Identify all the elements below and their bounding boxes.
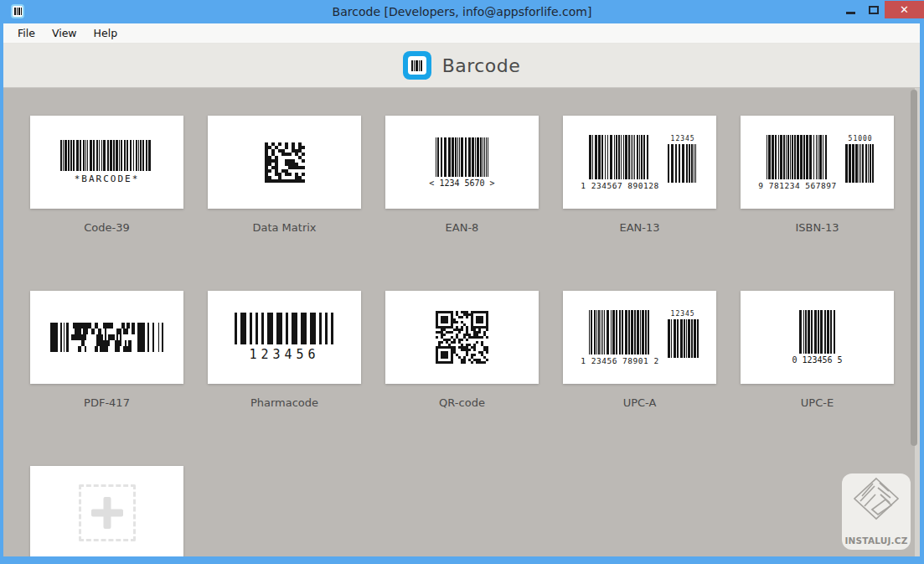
- app-name: Barcode: [442, 55, 521, 76]
- maximize-button[interactable]: [862, 0, 885, 20]
- barcode-card-label: EAN-13: [563, 221, 716, 236]
- watermark: INSTALUJ.CZ: [842, 473, 911, 550]
- barcode-card-upc-a[interactable]: 1 23456 78901 212345: [563, 291, 716, 384]
- barcode-logo: [403, 51, 431, 80]
- menu-item-view[interactable]: View: [44, 24, 85, 42]
- grid-cell-isbn-13: 9 781234 56789751000ISBN-13: [741, 116, 894, 236]
- barcode-card-pdf-417[interactable]: [30, 291, 183, 384]
- watermark-text: INSTALUJ.CZ: [845, 536, 908, 546]
- barcode-card-pharmacode[interactable]: 123456: [208, 291, 361, 384]
- barcode-human-text: 123456: [249, 347, 319, 362]
- grid-cell-code-39: *BARCODE*Code-39: [30, 116, 183, 236]
- grid-cell-add: [30, 466, 183, 556]
- minimize-button[interactable]: [839, 0, 862, 20]
- grid-cell-pdf-417: PDF-417: [30, 291, 183, 411]
- menubar: File View Help: [3, 23, 920, 44]
- maximize-icon: [869, 6, 879, 14]
- minimize-icon: [846, 12, 855, 14]
- close-icon: ✕: [900, 3, 909, 16]
- barcode-card-label: PDF-417: [30, 396, 183, 411]
- barcode-human-text: 0 123456 5: [792, 355, 842, 365]
- grid-cell-pharmacode: 123456Pharmacode: [208, 291, 361, 411]
- barcode-card-isbn-13[interactable]: 9 781234 56789751000: [741, 116, 894, 209]
- window-border-bottom: [0, 556, 924, 564]
- grid-cell-qr-code: QR-code: [385, 291, 539, 411]
- window-title: Barcode [Developers, info@appsforlife.co…: [0, 0, 924, 23]
- close-button[interactable]: ✕: [885, 1, 924, 18]
- barcode-card-code-39[interactable]: *BARCODE*: [30, 116, 183, 209]
- app-window: Barcode [Developers, info@appsforlife.co…: [0, 0, 924, 564]
- barcode-card-label: UPC-A: [563, 396, 716, 411]
- barcode-card-ean-13[interactable]: 1 234567 89012812345: [563, 116, 716, 209]
- barcode-card-label: ISBN-13: [741, 221, 894, 236]
- barcode-card-qr-code[interactable]: [385, 291, 539, 384]
- instaluj-diamond-logo: [852, 476, 901, 523]
- barcode-card-ean-8[interactable]: < 1234 5670 >: [385, 116, 539, 209]
- header: Barcode: [3, 44, 920, 88]
- content: *BARCODE*Code-39Data Matrix< 1234 5670 >…: [3, 88, 920, 556]
- barcode-card-label: Pharmacode: [208, 396, 361, 411]
- grid-cell-ean-13: 1 234567 89012812345EAN-13: [563, 116, 716, 236]
- grid-cell-data-matrix: Data Matrix: [208, 116, 361, 236]
- barcode-logo-inner: [408, 56, 426, 75]
- window-border-right: [920, 23, 924, 564]
- menu-item-help[interactable]: Help: [85, 24, 126, 42]
- window-controls: ✕: [839, 0, 924, 23]
- grid-cell-upc-e: 0 123456 5UPC-E: [741, 291, 894, 411]
- barcode-human-text: < 1234 5670 >: [429, 179, 494, 188]
- barcode-card-label: Data Matrix: [208, 221, 361, 236]
- barcode-human-text: 9 781234 567897: [758, 181, 836, 190]
- window-border-left: [0, 23, 3, 564]
- menu-item-file[interactable]: File: [9, 24, 44, 42]
- barcode-grid: *BARCODE*Code-39Data Matrix< 1234 5670 >…: [3, 88, 920, 556]
- barcode-supplement-text: 12345: [671, 135, 695, 142]
- barcode-card-label: UPC-E: [741, 396, 894, 411]
- titlebar: Barcode [Developers, info@appsforlife.co…: [0, 0, 924, 23]
- barcode-card-label: EAN-8: [385, 221, 539, 236]
- barcode-card-data-matrix[interactable]: [208, 116, 361, 209]
- plus-icon: [79, 484, 136, 541]
- barcode-human-text: 1 234567 890128: [581, 181, 658, 190]
- grid-cell-ean-8: < 1234 5670 >EAN-8: [385, 116, 539, 236]
- barcode-supplement-text: 51000: [849, 135, 873, 142]
- barcode-human-text: *BARCODE*: [75, 173, 140, 184]
- barcode-card-label: Code-39: [30, 221, 183, 236]
- barcode-card-label: QR-code: [385, 396, 539, 411]
- grid-cell-upc-a: 1 23456 78901 212345UPC-A: [563, 291, 716, 411]
- barcode-supplement-text: 12345: [671, 310, 695, 318]
- scrollbar-thumb[interactable]: [911, 90, 917, 446]
- barcode-human-text: 1 23456 78901 2: [581, 356, 658, 365]
- barcode-card-upc-e[interactable]: 0 123456 5: [741, 291, 894, 384]
- add-barcode-card[interactable]: [30, 466, 183, 556]
